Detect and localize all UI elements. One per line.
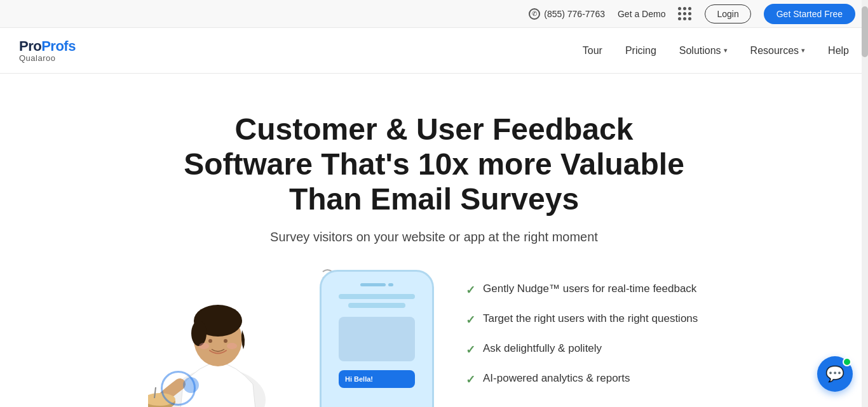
logo-sub: Qualaroo bbox=[19, 53, 55, 63]
hero-section: Customer & User Feedback Software That's… bbox=[0, 74, 868, 407]
feature-item: ✓ Gently Nudge™ users for real-time feed… bbox=[466, 283, 720, 297]
check-icon: ✓ bbox=[466, 283, 475, 297]
chat-widget[interactable]: 💬 bbox=[817, 356, 853, 392]
nav-pricing[interactable]: Pricing bbox=[625, 45, 656, 57]
svg-point-11 bbox=[227, 343, 237, 349]
logo-profs: Profs bbox=[41, 38, 76, 55]
phone-nudge-widget: Hi Bella! bbox=[339, 370, 415, 388]
hero-content: Hi Bella! ✓ Gently Nudge™ users for real… bbox=[53, 270, 815, 407]
get-started-button[interactable]: Get Started Free bbox=[764, 4, 855, 24]
feature-item: ✓ AI-powered analytics & reports bbox=[466, 372, 720, 387]
nav-solutions[interactable]: Solutions ▾ bbox=[679, 45, 728, 57]
feature-item: ✓ Target the right users with the right … bbox=[466, 312, 720, 327]
check-icon: ✓ bbox=[466, 343, 475, 357]
notch-bar bbox=[360, 283, 386, 286]
nudge-text: Hi Bella! bbox=[345, 375, 409, 383]
hero-title: Customer & User Feedback Software That's… bbox=[173, 112, 695, 217]
main-nav: ProProfs Qualaroo Tour Pricing Solutions… bbox=[0, 28, 868, 74]
nav-tour[interactable]: Tour bbox=[583, 45, 602, 57]
scrollbar-thumb[interactable] bbox=[862, 6, 868, 57]
svg-point-4 bbox=[191, 321, 207, 346]
feature-text: AI-powered analytics & reports bbox=[483, 372, 630, 385]
login-button[interactable]: Login bbox=[705, 4, 750, 23]
check-icon: ✓ bbox=[466, 313, 475, 327]
phone-number-text: (855) 776-7763 bbox=[544, 9, 605, 19]
logo-proprofs: ProProfs bbox=[19, 38, 76, 55]
hero-subtitle: Survey visitors on your website or app a… bbox=[243, 230, 625, 244]
nav-resources[interactable]: Resources ▾ bbox=[750, 45, 805, 57]
chat-online-dot bbox=[843, 357, 851, 366]
check-icon: ✓ bbox=[466, 373, 475, 387]
nav-help[interactable]: Help bbox=[828, 45, 849, 57]
feature-list: ✓ Gently Nudge™ users for real-time feed… bbox=[466, 283, 720, 387]
nav-links: Tour Pricing Solutions ▾ Resources ▾ Hel… bbox=[583, 45, 849, 57]
chevron-down-icon: ▾ bbox=[801, 46, 805, 55]
phone-outer: Hi Bella! bbox=[320, 270, 434, 407]
phone-icon: ✆ bbox=[529, 8, 540, 20]
svg-point-6 bbox=[224, 339, 227, 343]
notch-dot bbox=[388, 283, 393, 286]
chat-icon: 💬 bbox=[825, 365, 844, 383]
top-bar: ✆ (855) 776-7763 Get a Demo Login Get St… bbox=[0, 0, 868, 28]
logo-pro: Pro bbox=[19, 38, 41, 55]
phone-content-line-1 bbox=[339, 294, 415, 299]
logo[interactable]: ProProfs Qualaroo bbox=[19, 38, 76, 63]
feature-text: Gently Nudge™ users for real-time feedba… bbox=[483, 283, 696, 295]
phone-content-card bbox=[339, 317, 415, 361]
feature-text: Target the right users with the right qu… bbox=[483, 312, 698, 325]
svg-point-10 bbox=[199, 343, 209, 349]
phone-notch bbox=[360, 283, 393, 286]
chevron-down-icon: ▾ bbox=[724, 46, 728, 55]
scrollbar[interactable] bbox=[862, 0, 868, 407]
circle-decoration-inner bbox=[183, 377, 199, 393]
svg-point-5 bbox=[208, 339, 212, 343]
phone-number: ✆ (855) 776-7763 bbox=[529, 8, 605, 20]
feature-text: Ask delightfully & politely bbox=[483, 342, 602, 355]
get-demo-link[interactable]: Get a Demo bbox=[618, 9, 665, 19]
feature-item: ✓ Ask delightfully & politely bbox=[466, 342, 720, 357]
phone-content-line-2 bbox=[348, 303, 405, 308]
person-illustration bbox=[148, 283, 288, 407]
grid-icon[interactable] bbox=[678, 7, 692, 21]
phone-mockup: Hi Bella! bbox=[301, 270, 453, 407]
